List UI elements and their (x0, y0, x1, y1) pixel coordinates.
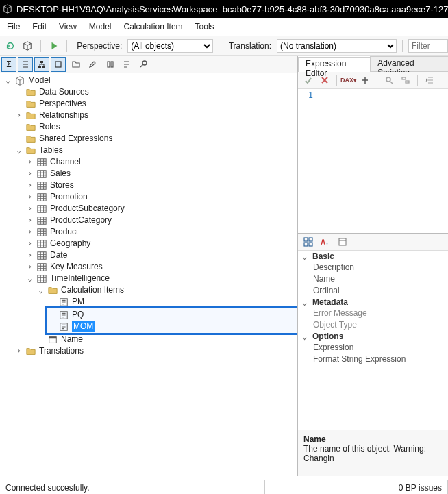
table-icon (36, 238, 47, 249)
alphabetical-icon[interactable]: A↓ (317, 234, 332, 249)
expand-icon[interactable]: › (26, 203, 34, 214)
expand-icon[interactable]: › (26, 168, 34, 180)
collapse-icon[interactable]: ⌄ (301, 251, 308, 261)
property-row-name[interactable]: Name (298, 273, 448, 285)
property-row-formatstring[interactable]: Format String Expression (298, 354, 448, 365)
property-row-error[interactable]: Error Message (298, 308, 448, 319)
menu-edit[interactable]: Edit (32, 22, 47, 32)
model-tree[interactable]: ⌄ Model Data Sources Perspectives ›Relat… (0, 75, 297, 357)
format-icon[interactable] (358, 73, 373, 88)
status-connection: Connected succesfully. (0, 480, 265, 494)
tree-node-label[interactable]: Date (50, 249, 67, 261)
tree-node-label[interactable]: Relationships (39, 110, 88, 121)
menu-view[interactable]: View (59, 22, 77, 32)
svg-rect-22 (49, 336, 57, 338)
property-description-title: Name (303, 434, 443, 444)
tree-node-label[interactable]: Channel (50, 156, 81, 168)
property-row-expression[interactable]: Expression (298, 342, 448, 354)
translation-select[interactable]: (No translation) (277, 39, 397, 53)
menu-model[interactable]: Model (89, 22, 112, 32)
tree-node-label[interactable]: Promotion (50, 191, 88, 203)
tree-node-label[interactable]: Tables (39, 145, 63, 156)
tree-node-label[interactable]: Calculation Items (61, 284, 124, 296)
tree-node-tables: ⌄Tables (14, 145, 297, 156)
tree-node-label[interactable]: Key Measures (50, 261, 103, 273)
menu-file[interactable]: File (7, 22, 20, 32)
hierarchy-icon[interactable] (34, 57, 49, 72)
tree-node-label[interactable]: Sales (50, 168, 71, 180)
svg-rect-2 (42, 66, 45, 68)
property-toolbar: A↓ (298, 234, 448, 251)
property-row-objecttype[interactable]: Object Type (298, 319, 448, 331)
tree-node-label[interactable]: ProductCategory (50, 214, 112, 226)
expand-icon[interactable]: › (15, 345, 23, 357)
details-icon[interactable] (119, 57, 134, 72)
perspective-select[interactable]: (All objects) (127, 39, 212, 53)
filter-input[interactable] (408, 39, 448, 53)
expression-editor-area[interactable]: 1 (298, 89, 448, 234)
refresh-icon[interactable] (3, 38, 17, 53)
tree-node-label[interactable]: Data Sources (39, 86, 89, 98)
svg-rect-15 (38, 251, 46, 259)
tree-node-label[interactable]: Name (61, 334, 83, 345)
tree-node-label[interactable]: PM (72, 296, 84, 308)
sigma-icon[interactable]: Σ (1, 57, 16, 72)
expand-icon[interactable]: › (26, 238, 34, 249)
translation-label: Translation: (229, 41, 271, 51)
collapse-icon[interactable]: ⌄ (301, 297, 308, 307)
svg-rect-24 (402, 77, 406, 79)
table-icon (36, 169, 47, 180)
tree-node-table: ⌄TimeIntelligence (25, 273, 297, 284)
expand-icon[interactable]: › (26, 191, 34, 203)
columns-icon[interactable] (103, 57, 118, 72)
collapse-icon[interactable]: ⌄ (4, 75, 12, 86)
property-description: Name The name of this object. Warning: C… (298, 430, 448, 476)
property-grid[interactable]: ⌄Basic Description Name Ordinal ⌄Metadat… (298, 251, 448, 430)
indent-icon[interactable] (422, 73, 437, 88)
tree-node-label[interactable]: PQ (72, 309, 84, 321)
expand-icon[interactable]: › (26, 261, 34, 273)
status-mid (265, 480, 393, 494)
tree-node-label[interactable]: TimeIntelligence (50, 273, 110, 284)
expand-icon[interactable]: › (26, 156, 34, 168)
property-row-description[interactable]: Description (298, 262, 448, 273)
expand-icon[interactable]: › (15, 110, 23, 121)
tree-node-label[interactable]: ProductSubcategory (50, 203, 125, 214)
tree-node-label[interactable]: Perspectives (39, 98, 86, 110)
cube-icon[interactable] (20, 38, 34, 53)
tab-advanced-scripting[interactable]: Advanced Scripting (370, 56, 448, 71)
replace-icon[interactable] (398, 73, 413, 88)
tree-node-label[interactable]: Model (28, 75, 51, 86)
list-icon[interactable] (18, 57, 33, 72)
find-icon[interactable] (136, 57, 151, 72)
tree-node-label[interactable]: Geography (50, 238, 90, 249)
execute-icon[interactable] (47, 38, 61, 53)
collapse-icon[interactable]: ⌄ (301, 332, 308, 341)
collapse-icon[interactable]: ⌄ (15, 145, 23, 156)
tree-node-label[interactable]: MOM (72, 321, 95, 332)
tree-node-label[interactable]: Shared Expressions (39, 133, 112, 145)
expand-icon[interactable]: › (26, 249, 34, 261)
tree-node-label[interactable]: Stores (50, 180, 74, 191)
editor-code[interactable] (316, 89, 448, 233)
menu-calculation-item[interactable]: Calculation Item (124, 22, 183, 32)
expand-icon[interactable]: ⌄ (26, 273, 34, 284)
tree-node-label[interactable]: Product (50, 226, 78, 238)
expand-icon[interactable]: › (26, 214, 34, 226)
expand-icon[interactable]: › (26, 180, 34, 191)
collapse-icon[interactable]: ⌄ (37, 284, 45, 296)
expand-icon[interactable]: › (26, 226, 34, 238)
tree-node-label[interactable]: Translations (39, 345, 84, 357)
folder-icon[interactable] (69, 57, 84, 72)
property-row-ordinal[interactable]: Ordinal (298, 285, 448, 297)
tree-node-label[interactable]: Roles (39, 121, 60, 133)
box-icon[interactable] (51, 57, 66, 72)
categorized-icon[interactable] (301, 234, 316, 249)
dax-icon[interactable]: DAX▾ (341, 73, 356, 88)
tab-expression-editor[interactable]: Expression Editor (298, 57, 371, 72)
edit-icon[interactable] (85, 57, 100, 72)
menu-tools[interactable]: Tools (195, 22, 214, 32)
tree-node-sharedexpressions: Shared Expressions (14, 133, 297, 145)
property-pages-icon[interactable] (335, 234, 350, 249)
search-icon[interactable] (382, 73, 397, 88)
